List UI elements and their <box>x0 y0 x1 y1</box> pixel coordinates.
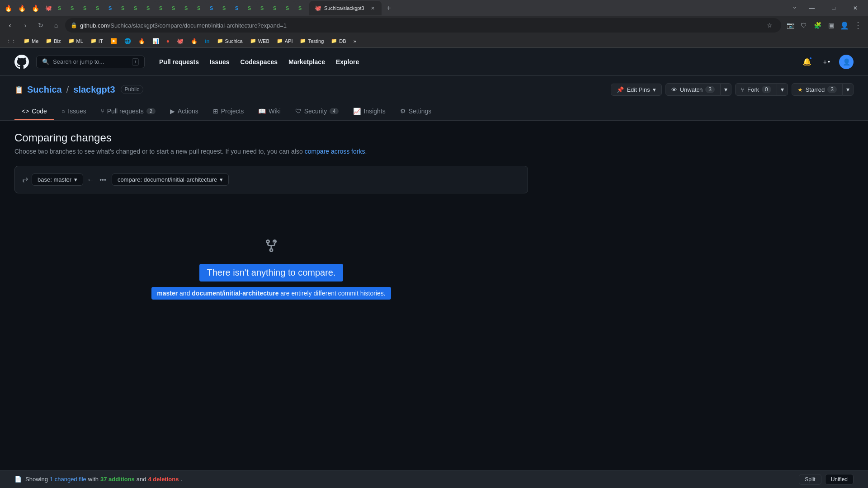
split-view-button[interactable]: Split <box>799 474 821 485</box>
search-bar[interactable]: 🔍 Search or jump to... / <box>36 56 145 68</box>
repo-nav-pull-requests[interactable]: ⑂ Pull requests 2 <box>94 103 163 120</box>
nav-issues[interactable]: Issues <box>206 56 233 68</box>
github-logo[interactable] <box>14 55 29 69</box>
bookmark-api[interactable]: 📁 API <box>274 37 296 45</box>
tab-item[interactable]: S <box>94 1 106 15</box>
bookmark-red[interactable]: ● <box>164 37 172 45</box>
bookmark-youtube[interactable]: ▶️ <box>108 37 120 45</box>
tab-item[interactable]: S <box>246 1 258 15</box>
nav-explore[interactable]: Explore <box>332 56 363 68</box>
compare-across-forks-link[interactable]: compare across forks <box>305 148 365 155</box>
unified-view-button[interactable]: Unified <box>825 474 854 485</box>
sidebar-button[interactable]: ▣ <box>825 19 837 32</box>
tab-item[interactable]: S <box>170 1 182 15</box>
tab-item[interactable]: 🔥 <box>29 1 42 15</box>
home-button[interactable]: ⌂ <box>50 19 62 32</box>
user-avatar[interactable]: 👤 <box>839 55 854 69</box>
back-button[interactable]: ‹ <box>4 19 16 32</box>
bookmark-web[interactable]: 📁 WEB <box>247 37 272 45</box>
star-dropdown-button[interactable]: ▾ <box>843 83 854 96</box>
tab-item[interactable]: S <box>119 1 131 15</box>
screen-capture-button[interactable]: 📷 <box>784 19 797 32</box>
repo-nav-insights[interactable]: 📈 Insights <box>346 103 392 120</box>
repo-nav-code[interactable]: <> Code <box>14 103 54 120</box>
address-path: /Suchica/slackgpt3/compare/document/init… <box>109 22 287 29</box>
bookmark-biz[interactable]: 📁 Biz <box>43 37 63 45</box>
bookmark-linkedin[interactable]: in <box>202 37 212 45</box>
nav-pull-requests[interactable]: Pull requests <box>156 56 203 68</box>
fork-button[interactable]: ⑂ Fork 0 <box>735 83 777 96</box>
tab-item[interactable]: S <box>195 1 207 15</box>
close-window-button[interactable]: ✕ <box>844 0 866 16</box>
repo-nav-settings[interactable]: ⚙ Settings <box>393 103 439 120</box>
changed-file-link[interactable]: 1 changed file <box>50 476 86 483</box>
repo-name-link[interactable]: slackgpt3 <box>73 84 115 95</box>
tab-overflow-button[interactable]: ⌄ <box>788 0 801 13</box>
menu-button[interactable]: ⋮ <box>852 19 864 32</box>
repo-nav-actions[interactable]: ▶ Actions <box>163 103 206 120</box>
extensions-button[interactable]: 🧩 <box>811 19 824 32</box>
tab-item[interactable]: S <box>157 1 169 15</box>
tab-item[interactable]: S <box>56 1 68 15</box>
tab-item[interactable]: 🐙 <box>42 1 55 15</box>
base-branch-selector[interactable]: base: master ▾ <box>32 174 83 186</box>
close-tab-button[interactable]: ✕ <box>369 5 376 12</box>
compare-branch-selector[interactable]: compare: document/initial-architecture ▾ <box>112 174 229 186</box>
bookmark-apps[interactable]: ⋮⋮ <box>4 37 19 45</box>
bookmark-ml[interactable]: 📁 ML <box>66 37 86 45</box>
bookmark-suchica[interactable]: 📁 Suchica <box>214 37 245 45</box>
tab-item[interactable]: 🔥 <box>2 1 14 15</box>
repo-nav-wiki[interactable]: 📖 Wiki <box>251 103 288 120</box>
profile-avatar[interactable]: 👤 <box>838 19 851 32</box>
tab-item[interactable]: S <box>297 1 308 15</box>
create-new-button[interactable]: + ▾ <box>820 56 834 67</box>
tab-item[interactable]: S <box>183 1 194 15</box>
unwatch-group: 👁 Unwatch 3 ▾ <box>665 83 731 96</box>
bookmark-fire2[interactable]: 🔥 <box>188 37 200 45</box>
tab-item[interactable]: S <box>107 1 118 15</box>
unwatch-dropdown-button[interactable]: ▾ <box>721 83 731 96</box>
shield-button[interactable]: 🛡 <box>797 19 810 32</box>
forward-button[interactable]: › <box>19 19 32 32</box>
nav-codespaces[interactable]: Codespaces <box>237 56 281 68</box>
bookmark-google[interactable]: 🌐 <box>122 37 134 45</box>
bookmark-db[interactable]: 📁 DB <box>328 37 349 45</box>
tab-item[interactable]: S <box>271 1 283 15</box>
bookmark-star-icon[interactable]: ☆ <box>763 19 776 32</box>
bookmark-fire1[interactable]: 🔥 <box>136 37 148 45</box>
tab-item[interactable]: S <box>233 1 245 15</box>
tab-item[interactable]: S <box>221 1 232 15</box>
repo-nav-issues[interactable]: ○ Issues <box>54 103 94 120</box>
bookmark-overflow[interactable]: » <box>351 38 359 45</box>
tab-item[interactable]: S <box>208 1 220 15</box>
fork-dropdown-button[interactable]: ▾ <box>777 83 788 96</box>
unwatch-button[interactable]: 👁 Unwatch 3 <box>665 83 721 96</box>
base-branch-label: base: master <box>38 176 71 183</box>
bookmark-testing[interactable]: 📁 Testing <box>297 37 326 45</box>
tab-item[interactable]: S <box>132 1 144 15</box>
maximize-button[interactable]: □ <box>823 0 844 16</box>
new-tab-button[interactable]: + <box>382 2 395 14</box>
tab-item[interactable]: 🔥 <box>15 1 28 15</box>
address-bar[interactable]: 🔒 github.com/Suchica/slackgpt3/compare/d… <box>65 18 781 33</box>
repo-owner-link[interactable]: Suchica <box>27 84 62 95</box>
bookmark-chart[interactable]: 📊 <box>150 37 162 45</box>
tab-item[interactable]: S <box>284 1 296 15</box>
compare-branch-label: compare: document/initial-architecture <box>118 176 217 183</box>
repo-nav-security[interactable]: 🛡 Security 4 <box>288 103 346 120</box>
tab-item[interactable]: S <box>69 1 80 15</box>
tab-item[interactable]: S <box>145 1 156 15</box>
refresh-button[interactable]: ↻ <box>34 19 47 32</box>
minimize-button[interactable]: — <box>801 0 823 16</box>
bookmark-me[interactable]: 📁 Me <box>21 37 41 45</box>
notifications-button[interactable]: 🔔 <box>800 55 814 69</box>
bookmark-it[interactable]: 📁 IT <box>88 37 106 45</box>
tab-item[interactable]: S <box>81 1 93 15</box>
edit-pins-button[interactable]: 📌 Edit Pins ▾ <box>611 84 661 96</box>
repo-nav-projects[interactable]: ⊞ Projects <box>206 103 251 120</box>
star-button[interactable]: ★ Starred 3 <box>792 83 843 96</box>
bookmark-github[interactable]: 🐙 <box>174 37 186 45</box>
active-tab[interactable]: 🐙 Suchica/slackgpt3 ✕ <box>309 1 382 15</box>
tab-item[interactable]: S <box>259 1 270 15</box>
nav-marketplace[interactable]: Marketplace <box>285 56 329 68</box>
